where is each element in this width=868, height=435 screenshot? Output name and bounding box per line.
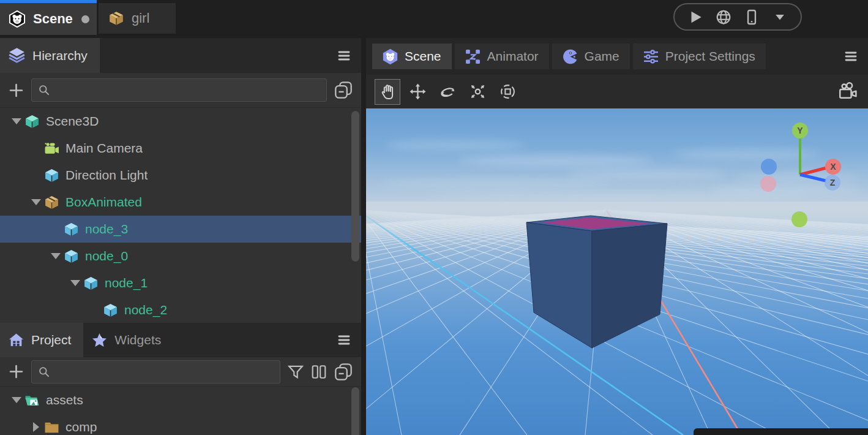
rect-transform-tool-button[interactable] (495, 79, 520, 105)
cube-blue-icon (83, 276, 99, 291)
tree-item-label: node_1 (105, 276, 148, 290)
plus-icon[interactable] (9, 83, 24, 98)
box-icon (108, 10, 124, 26)
preview-mobile-button[interactable] (743, 9, 760, 26)
hierarchy-search-input[interactable] (55, 83, 320, 97)
search-icon (38, 366, 50, 378)
svg-text:X: X (830, 162, 836, 172)
hamburger-icon[interactable] (842, 48, 859, 65)
tree-row-direction-light[interactable]: Direction Light (0, 162, 361, 189)
panel-tab-label: Widgets (114, 333, 161, 347)
movie-camera-icon[interactable] (834, 80, 861, 104)
tab-project[interactable]: Project (0, 323, 83, 357)
expand-arrow[interactable] (28, 419, 44, 435)
plus-icon[interactable] (9, 364, 24, 379)
panel-tab-label: Project (31, 333, 71, 347)
tree-item-label: node_0 (85, 249, 128, 263)
view-tab-animator[interactable]: Animator (455, 44, 549, 69)
filter-icon[interactable] (288, 364, 304, 380)
view-tab-label: Project Settings (665, 49, 755, 64)
project-tree: assets comp (0, 387, 361, 435)
graph-icon (465, 49, 481, 64)
tree-item-label: Main Camera (65, 141, 143, 156)
tab-hierarchy[interactable]: Hierarchy (0, 38, 100, 73)
hamburger-icon[interactable] (335, 331, 353, 349)
view-tab-scene[interactable]: Scene (372, 44, 452, 69)
sliders-icon (643, 49, 659, 64)
viewport-bottom-bar (694, 428, 868, 435)
collapse-icon[interactable] (334, 81, 353, 99)
move-icon (410, 83, 426, 100)
view-tab-label: Animator (487, 49, 539, 64)
expand-arrow (48, 221, 64, 237)
tree-row-node_3[interactable]: node_3 (0, 216, 361, 243)
pan-tool-button[interactable] (375, 79, 400, 105)
document-tab-girl[interactable]: girl (99, 3, 176, 34)
view-tab-game[interactable]: Game (552, 44, 630, 69)
hierarchy-tabstrip: Hierarchy (0, 38, 361, 73)
expand-arrow[interactable] (28, 194, 44, 210)
tree-row-node_1[interactable]: node_1 (0, 270, 361, 297)
more-button[interactable] (771, 9, 788, 26)
hierarchy-title: Hierarchy (32, 48, 88, 63)
scene-objects: Y X Z (366, 108, 868, 435)
search-icon (38, 84, 50, 96)
hierarchy-scrollbar[interactable] (351, 111, 359, 262)
box-icon (44, 195, 59, 210)
rect-icon (499, 83, 516, 100)
scene-viewport[interactable]: Y X Z (366, 108, 868, 435)
tree-row-node_2[interactable]: node_2 (0, 297, 361, 323)
expand-arrow (28, 140, 44, 156)
expand-arrow[interactable] (67, 275, 83, 291)
focus-tool-button[interactable] (465, 79, 490, 105)
view-tab-project-settings[interactable]: Project Settings (633, 44, 766, 69)
document-tab-scene[interactable]: Scene (0, 0, 97, 35)
play-button[interactable] (687, 9, 704, 26)
project-tabstrip: Project Widgets (0, 323, 361, 357)
move-tool-button[interactable] (405, 79, 430, 105)
collapse-icon[interactable] (334, 363, 353, 381)
run-controls (673, 3, 802, 31)
svg-text:Y: Y (797, 126, 803, 135)
view-tab-label: Scene (405, 49, 441, 64)
tree-row-comp[interactable]: comp (0, 414, 361, 435)
unsaved-dot (81, 15, 89, 23)
columns-icon[interactable] (311, 364, 327, 380)
expand-arrow[interactable] (48, 248, 64, 264)
expand-arrow[interactable] (9, 392, 24, 408)
cube-blue-icon (103, 303, 118, 318)
tree-item-label: BoxAnimated (65, 195, 142, 210)
tree-row-assets[interactable]: assets (0, 387, 361, 414)
svg-text:Z: Z (830, 178, 836, 187)
expand-arrow (87, 302, 103, 318)
hierarchy-search[interactable] (31, 78, 327, 102)
expand-arrow[interactable] (9, 113, 24, 129)
tree-row-node_0[interactable]: node_0 (0, 243, 361, 270)
hamburger-icon[interactable] (335, 47, 353, 64)
tree-item-label: node_3 (85, 222, 128, 236)
focus-icon (470, 83, 486, 100)
expand-arrow (28, 167, 44, 183)
tree-row-scene3d[interactable]: Scene3D (0, 108, 361, 135)
cube-teal-icon (24, 114, 40, 129)
cube-mesh (526, 216, 667, 348)
viewport-toolbar (366, 75, 868, 108)
hierarchy-tree: Scene3D Main Camera Direction Light BoxA… (0, 108, 361, 323)
tab-widgets[interactable]: Widgets (83, 323, 173, 357)
hierarchy-panel: Hierarchy Scene3D Main Camera (0, 38, 361, 323)
view-tabstrip: Scene Animator Game Project Settings (366, 38, 868, 75)
orientation-gizmo: Y X Z (760, 123, 841, 227)
project-search-input[interactable] (55, 365, 274, 379)
rotate-tool-button[interactable] (435, 79, 460, 105)
tree-item-label: assets (46, 393, 83, 407)
project-search[interactable] (31, 360, 280, 384)
scene-view-panel: Scene Animator Game Project Settings (366, 38, 868, 435)
project-scrollbar[interactable] (351, 387, 359, 435)
publish-web-button[interactable] (715, 9, 732, 26)
tree-row-main-camera[interactable]: Main Camera (0, 135, 361, 162)
tree-row-boxanimated[interactable]: BoxAnimated (0, 189, 361, 216)
tree-item-label: Scene3D (46, 114, 99, 129)
top-bar: Scene girl (0, 0, 868, 38)
document-tab-label: girl (132, 10, 149, 26)
hierarchy-toolbar (0, 73, 361, 108)
